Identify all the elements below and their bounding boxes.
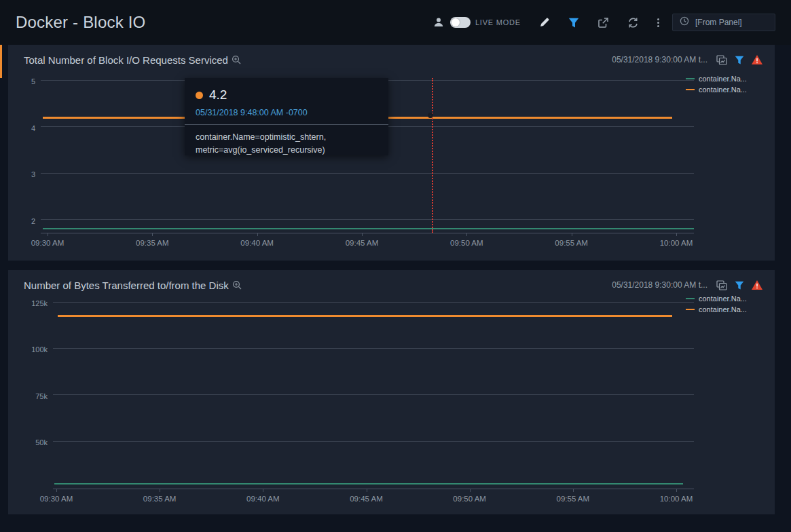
chart-bytes-transferred[interactable]: 50k75k100k125k09:30 AM09:35 AM09:40 AM09… [8, 270, 775, 514]
gridline [53, 302, 694, 303]
series-line-orange[interactable] [58, 315, 672, 317]
x-axis-label: 09:55 AM [548, 239, 595, 247]
edit-pencil-icon[interactable] [539, 17, 550, 28]
x-axis-tick [470, 489, 471, 492]
edge-accent-orange [0, 39, 2, 78]
x-axis-tick [367, 489, 367, 492]
panel-bytes-transferred: Number of Bytes Transferred to/from the … [8, 270, 775, 514]
tooltip-timestamp: 05/31/2018 9:48:00 AM -0700 [196, 108, 378, 117]
tooltip-detail-line: metric=avg(io_serviced_recursive) [196, 144, 378, 157]
chart-tooltip: 4.2 05/31/2018 9:48:00 AM -0700 containe… [185, 78, 388, 155]
live-mode-label: LIVE MODE [475, 18, 521, 26]
tooltip-series-dot [196, 92, 203, 99]
x-axis-label: 09:40 AM [234, 239, 281, 247]
top-bar: Docker - Block IO LIVE MODE [0, 0, 791, 45]
y-axis-label: 100k [20, 345, 48, 354]
gridline [53, 348, 694, 349]
x-axis-tick [56, 489, 57, 492]
top-bar-controls: LIVE MODE [From Panel] [433, 14, 775, 31]
share-icon[interactable] [597, 17, 609, 28]
y-axis-label: 2 [8, 217, 35, 225]
x-axis-label: 09:35 AM [128, 239, 176, 247]
crosshair-line [432, 78, 433, 233]
user-icon[interactable] [433, 17, 444, 28]
x-axis-label: 09:45 AM [343, 495, 390, 503]
tooltip-divider [185, 124, 388, 125]
time-range-value: [From Panel] [695, 18, 742, 27]
series-line-teal[interactable] [43, 228, 694, 229]
x-axis-tick [676, 489, 677, 492]
time-range-picker[interactable]: [From Panel] [672, 14, 775, 31]
x-axis-tick [466, 233, 467, 236]
x-axis-tick [676, 233, 677, 236]
y-axis-label: 5 [8, 77, 35, 86]
filter-funnel-icon[interactable] [568, 18, 579, 28]
series-line-teal[interactable] [54, 483, 683, 484]
x-axis-tick [257, 233, 258, 236]
x-axis-line [53, 489, 694, 489]
x-axis-tick [263, 489, 263, 492]
gridline [53, 394, 694, 395]
y-axis-label: 50k [20, 438, 48, 446]
dashboard-screen: Docker - Block IO LIVE MODE [0, 0, 791, 532]
x-axis-label: 09:50 AM [446, 495, 494, 503]
x-axis-tick [573, 489, 574, 492]
page-title: Docker - Block IO [16, 13, 145, 32]
y-axis-label: 4 [8, 124, 35, 132]
gridline [41, 219, 694, 220]
x-axis-tick [152, 233, 153, 236]
x-axis-tick [362, 233, 363, 236]
x-axis-label: 10:00 AM [652, 495, 700, 503]
x-axis-label: 09:30 AM [33, 495, 80, 503]
x-axis-line [41, 233, 694, 233]
x-axis-label: 09:40 AM [239, 495, 287, 503]
x-axis-tick [572, 233, 572, 236]
chart-block-io-requests[interactable]: 234509:30 AM09:35 AM09:40 AM09:45 AM09:5… [8, 45, 775, 261]
x-axis-label: 09:45 AM [338, 239, 386, 247]
x-axis-label: 09:35 AM [136, 495, 183, 503]
live-mode-toggle[interactable] [450, 17, 471, 28]
y-axis-label: 75k [20, 392, 48, 400]
x-axis-label: 10:00 AM [652, 239, 700, 247]
tooltip-value: 4.2 [209, 88, 227, 102]
tooltip-detail-line: container.Name=optimistic_shtern, [196, 131, 378, 144]
gridline [53, 441, 694, 442]
x-axis-label: 09:50 AM [443, 239, 490, 247]
x-axis-tick [48, 233, 48, 236]
toggle-knob [452, 18, 460, 26]
refresh-icon[interactable] [627, 17, 639, 28]
clock-icon [680, 16, 689, 28]
x-axis-label: 09:55 AM [549, 495, 597, 503]
y-axis-label: 125k [20, 299, 48, 307]
panel-block-io-requests: Total Number of Block I/O Requests Servi… [8, 45, 775, 261]
more-options-icon[interactable] [657, 18, 659, 27]
x-axis-tick [160, 489, 160, 492]
x-axis-label: 09:30 AM [24, 239, 71, 247]
y-axis-label: 3 [8, 170, 35, 178]
gridline [41, 173, 694, 174]
